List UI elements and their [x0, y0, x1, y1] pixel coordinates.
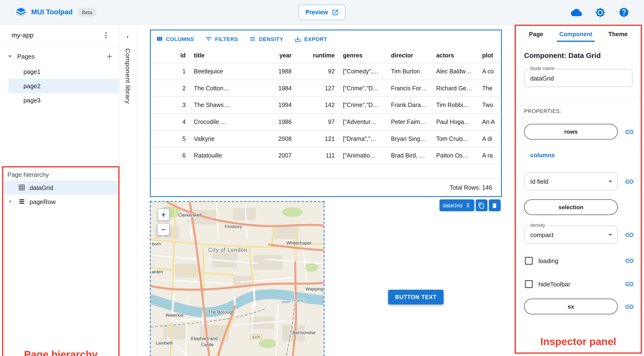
node-label: pageRow [30, 198, 56, 205]
open-in-new-icon [332, 9, 338, 16]
map-label: born [152, 241, 161, 246]
more-menu-icon[interactable] [102, 31, 110, 39]
rows-property-button[interactable]: rows [524, 124, 618, 139]
cell-title: Valkyrie [190, 135, 263, 142]
datagrid-row[interactable]: 6Ratatouille2007111["Animatio…Brad Bird,… [151, 147, 501, 164]
cell-actors: Paul Hoga… [432, 119, 478, 125]
tab-component[interactable]: Component [557, 26, 595, 42]
column-header-plot[interactable]: plot [478, 52, 501, 59]
cell-genres: ["Adventur… [339, 119, 387, 125]
filters-button[interactable]: FILTERS [205, 35, 238, 43]
sidebar-page-page1[interactable]: page1 [8, 64, 119, 79]
map-label: Castle [201, 342, 214, 347]
tab-theme[interactable]: Theme [606, 26, 630, 42]
expand-library-icon[interactable] [124, 33, 131, 42]
hierarchy-node-datagrid[interactable]: dataGrid [3, 181, 118, 195]
column-header-title[interactable]: title [190, 52, 263, 59]
datagrid-row[interactable]: 3The Shaws…1994142["Crime","D…Frank Dara… [151, 97, 501, 114]
cell-runtime: 97 [296, 119, 339, 125]
density-select[interactable]: density compact [524, 226, 618, 244]
inspector-panel: Page Component Theme Component: Data Gri… [515, 24, 642, 354]
cloud-status-icon[interactable] [571, 7, 582, 18]
datagrid-row[interactable]: 4Crocodile …198697["Adventur…Peter Faim…… [151, 114, 501, 131]
rows-icon [18, 198, 26, 205]
column-header-runtime[interactable]: runtime [296, 52, 339, 59]
hierarchy-node-pagerow[interactable]: pageRow [3, 194, 118, 209]
columns-property-link[interactable]: columns [530, 152, 641, 158]
bind-sx-icon[interactable] [625, 302, 634, 311]
sidebar-page-page3[interactable]: page3 [8, 93, 119, 107]
node-name-value: dataGrid [530, 75, 554, 81]
map-zoom-in-button[interactable]: + [158, 209, 170, 221]
map-label: Finsbury [225, 224, 242, 229]
map-component[interactable]: ClerkenwellFinsburybornWhitechapelCity o… [150, 201, 324, 356]
chevron-down-icon [606, 230, 615, 240]
tab-page[interactable]: Page [527, 26, 546, 42]
column-header-actors[interactable]: actors [432, 52, 478, 59]
hidetoolbar-checkbox[interactable] [525, 280, 533, 288]
node-label: dataGrid [30, 184, 53, 191]
datagrid-row[interactable]: 5Valkyrie2008121["Drama","…Bryan Sing…To… [151, 131, 501, 147]
density-value: compact [530, 231, 554, 238]
loading-checkbox[interactable] [525, 257, 533, 265]
selected-node-chip[interactable]: dataGrid [439, 199, 474, 211]
cell-id: 1 [151, 68, 190, 75]
add-page-icon[interactable] [106, 52, 114, 60]
bind-loading-icon[interactable] [625, 256, 634, 266]
datagrid-component[interactable]: COLUMNS FILTERS DENSITY EXPORT id title [150, 29, 502, 197]
density-property-row: density compact [516, 226, 641, 244]
cell-year: 2008 [263, 135, 296, 142]
cell-id: 6 [151, 152, 190, 159]
density-button[interactable]: DENSITY [249, 35, 283, 43]
pages-section-header[interactable]: Pages [0, 48, 119, 64]
duplicate-component-button[interactable] [476, 199, 488, 211]
copy-icon [478, 202, 485, 209]
cell-runtime: 142 [296, 102, 339, 108]
view-column-icon [156, 35, 163, 43]
column-header-director[interactable]: director [387, 52, 432, 59]
map-label: Bermondse [292, 330, 316, 335]
cell-id: 4 [151, 119, 190, 125]
id-field-select[interactable]: Id field [524, 172, 618, 190]
cell-year: 2007 [263, 152, 296, 159]
idfield-property-row: Id field [516, 172, 641, 190]
page-hierarchy-title: Page hierarchy [3, 168, 118, 181]
page-hierarchy-panel: Page hierarchy dataGrid pageRow Page hie… [2, 166, 120, 356]
bind-rows-icon[interactable] [625, 127, 634, 137]
cell-director: Tim Burton [387, 68, 432, 75]
bind-idfield-icon[interactable] [625, 177, 634, 186]
datagrid-row[interactable]: 1Beetlejuice198892["Comedy",…Tim BurtonA… [151, 63, 501, 80]
selection-property-button[interactable]: selection [524, 199, 618, 215]
delete-component-button[interactable] [489, 199, 501, 211]
cell-year: 1984 [263, 85, 296, 91]
sx-property-button[interactable]: sx [524, 299, 618, 314]
column-header-id[interactable]: id [151, 52, 190, 59]
filter-icon [205, 35, 212, 43]
button-component[interactable]: BUTTON TEXT [388, 290, 444, 305]
map-zoom-out-button[interactable]: − [158, 223, 170, 236]
export-button[interactable]: EXPORT [294, 35, 327, 43]
cell-title: The Cotton… [190, 85, 263, 91]
component-library-strip[interactable]: Component library [119, 24, 136, 356]
cell-genres: ["Crime","D… [339, 102, 387, 108]
preview-button[interactable]: Preview [298, 4, 346, 20]
drag-handle-icon[interactable] [465, 202, 471, 209]
map-label: Elephant and [191, 336, 218, 341]
help-icon[interactable] [618, 7, 629, 18]
cell-actors: Richard Ge… [432, 85, 478, 91]
cell-runtime: 92 [296, 68, 339, 75]
bind-hidetoolbar-icon[interactable] [625, 280, 634, 289]
bind-density-icon[interactable] [625, 230, 634, 240]
node-name-field[interactable]: Node name dataGrid [524, 69, 632, 87]
theme-toggle-icon[interactable] [595, 7, 605, 17]
column-header-year[interactable]: year [263, 52, 296, 59]
page-hierarchy-annotation: Page hierarchy explorer [3, 348, 118, 356]
datagrid-row[interactable]: 2The Cotton…1984127["Crime","D…Francis F… [151, 80, 501, 97]
sidebar-page-page2[interactable]: page2 [8, 79, 119, 93]
appbar-actions [571, 0, 629, 24]
pages-list: page1page2page3 [8, 64, 119, 107]
cell-director: Bryan Sing… [387, 135, 432, 142]
chevron-right-icon[interactable] [7, 198, 14, 205]
columns-button[interactable]: COLUMNS [156, 35, 194, 43]
column-header-genres[interactable]: genres [339, 52, 387, 59]
